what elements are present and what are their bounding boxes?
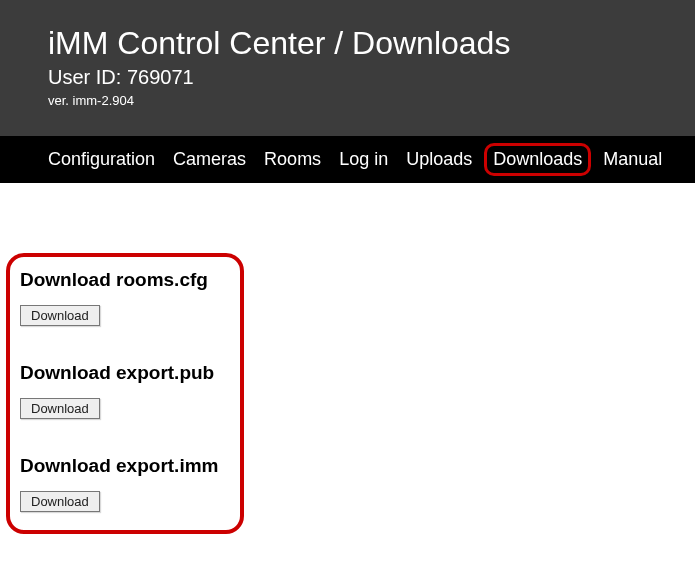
nav-manual[interactable]: Manual — [603, 149, 662, 170]
nav-configuration[interactable]: Configuration — [48, 149, 155, 170]
user-id-label: User ID: 769071 — [48, 66, 695, 89]
download-section-export-pub: Download export.pub Download — [20, 362, 230, 419]
download-button-export-pub[interactable]: Download — [20, 398, 100, 419]
nav-rooms[interactable]: Rooms — [264, 149, 321, 170]
version-label: ver. imm-2.904 — [48, 93, 695, 108]
download-section-export-imm: Download export.imm Download — [20, 455, 230, 512]
download-button-rooms-cfg[interactable]: Download — [20, 305, 100, 326]
download-title-export-imm: Download export.imm — [20, 455, 230, 477]
nav-log-in[interactable]: Log in — [339, 149, 388, 170]
downloads-panel: Download rooms.cfg Download Download exp… — [6, 253, 244, 534]
download-title-export-pub: Download export.pub — [20, 362, 230, 384]
page-header: iMM Control Center / Downloads User ID: … — [0, 0, 695, 136]
main-nav: Configuration Cameras Rooms Log in Uploa… — [0, 136, 695, 183]
page-title: iMM Control Center / Downloads — [48, 25, 695, 62]
download-title-rooms-cfg: Download rooms.cfg — [20, 269, 230, 291]
download-section-rooms-cfg: Download rooms.cfg Download — [20, 269, 230, 326]
nav-downloads[interactable]: Downloads — [484, 143, 591, 176]
download-button-export-imm[interactable]: Download — [20, 491, 100, 512]
content-area: Download rooms.cfg Download Download exp… — [0, 183, 695, 534]
nav-uploads[interactable]: Uploads — [406, 149, 472, 170]
nav-cameras[interactable]: Cameras — [173, 149, 246, 170]
